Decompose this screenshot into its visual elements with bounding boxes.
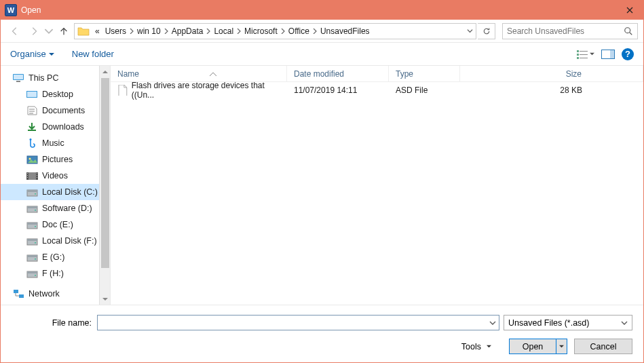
close-button[interactable]	[616, 1, 643, 20]
tree-this-pc[interactable]: This PC	[1, 70, 110, 86]
svg-point-16	[29, 158, 31, 160]
svg-rect-23	[37, 175, 37, 176]
svg-rect-29	[27, 206, 37, 208]
chevron-down-icon	[489, 320, 496, 326]
svg-rect-4	[580, 54, 588, 55]
svg-rect-26	[27, 190, 37, 192]
open-split-button[interactable]	[556, 339, 567, 354]
tree-item-icon	[26, 269, 38, 278]
tree-item[interactable]: F (H:)	[1, 265, 110, 282]
tree-item-icon	[26, 90, 38, 99]
cancel-button[interactable]: Cancel	[574, 339, 632, 354]
tree-item-icon	[26, 171, 38, 180]
breadcrumb-segment[interactable]: UnsavedFiles	[318, 26, 373, 36]
tree-item[interactable]: Videos	[1, 168, 110, 184]
toolbar: Organise New folder ?	[1, 43, 643, 66]
preview-pane-icon	[601, 50, 615, 59]
body: This PCDesktopDocumentsDownloadsMusicPic…	[1, 66, 643, 305]
breadcrumb-segment[interactable]: Local	[211, 26, 236, 36]
breadcrumb-segment[interactable]: AppData	[169, 26, 206, 36]
open-button[interactable]: Open	[509, 339, 567, 354]
column-size[interactable]: Size	[460, 66, 643, 81]
window-title: Open	[21, 5, 616, 15]
tree-item-icon	[26, 204, 38, 213]
search-input[interactable]	[507, 26, 624, 36]
tree-network[interactable]: Network	[1, 286, 110, 302]
tree-item[interactable]: E (G:)	[1, 249, 110, 265]
search-icon	[624, 26, 633, 36]
breadcrumb-segment[interactable]: Microsoft	[242, 26, 280, 36]
svg-rect-38	[27, 255, 37, 257]
chevron-down-icon	[559, 344, 564, 349]
column-headers[interactable]: Name Date modified Type Size	[111, 66, 643, 82]
tree-item[interactable]: Downloads	[1, 119, 110, 135]
breadcrumb-bar[interactable]: «Userswin 10AppDataLocalMicrosoftOfficeU…	[74, 23, 476, 39]
folder-icon	[77, 25, 90, 37]
svg-rect-36	[35, 242, 36, 244]
arrow-left-icon	[10, 26, 20, 36]
chevron-down-icon	[44, 26, 54, 36]
file-list[interactable]: Name Date modified Type Size Flash drive…	[111, 66, 643, 305]
up-button[interactable]	[55, 23, 73, 39]
column-name[interactable]: Name	[111, 66, 287, 81]
back-button[interactable]	[6, 23, 24, 39]
new-folder-button[interactable]: New folder	[72, 49, 114, 59]
network-icon	[13, 289, 24, 299]
view-options-button[interactable]	[576, 50, 594, 59]
chevron-right-icon	[164, 26, 169, 36]
tree-item[interactable]: Doc (E:)	[1, 216, 110, 233]
recent-dropdown[interactable]	[44, 23, 54, 39]
svg-rect-19	[27, 173, 28, 174]
scroll-down-icon[interactable]	[100, 293, 111, 305]
preview-pane-button[interactable]	[601, 50, 615, 59]
chevron-right-icon	[206, 26, 211, 36]
breadcrumb-dropdown[interactable]	[463, 28, 476, 34]
tree-item[interactable]: Pictures	[1, 151, 110, 168]
organise-menu[interactable]: Organise	[10, 49, 54, 59]
chevron-right-icon	[312, 26, 318, 36]
chevron-down-icon	[621, 320, 628, 326]
svg-point-0	[625, 27, 630, 33]
svg-rect-10	[14, 75, 23, 79]
search-box[interactable]	[502, 23, 638, 39]
svg-rect-33	[35, 226, 36, 227]
breadcrumb-segment[interactable]: win 10	[134, 26, 164, 36]
filetype-combo[interactable]: Unsaved Files (*.asd)	[504, 315, 632, 330]
svg-rect-41	[27, 271, 37, 273]
svg-rect-24	[37, 177, 37, 178]
tree-item[interactable]: Software (D:)	[1, 200, 110, 216]
nav-row: «Userswin 10AppDataLocalMicrosoftOfficeU…	[1, 20, 643, 43]
tree-scrollbar[interactable]	[99, 66, 110, 305]
nav-tree[interactable]: This PCDesktopDocumentsDownloadsMusicPic…	[1, 66, 111, 305]
svg-rect-18	[29, 172, 36, 180]
scroll-up-icon[interactable]	[100, 66, 111, 77]
open-dialog: W Open «Userswin 10AppDataLocalMicrosoft…	[0, 0, 644, 363]
chevron-down-icon	[49, 52, 54, 57]
refresh-button[interactable]	[478, 23, 495, 39]
tree-item[interactable]: Local Disk (C:)	[1, 184, 110, 200]
breadcrumb-segment[interactable]: Users	[102, 26, 129, 36]
chevron-down-icon	[467, 28, 473, 34]
tree-item-icon	[26, 122, 38, 132]
column-type[interactable]: Type	[389, 66, 460, 81]
tree-item[interactable]: Documents	[1, 102, 110, 119]
tree-item[interactable]: Desktop	[1, 86, 110, 102]
tree-item-icon	[26, 252, 38, 262]
breadcrumb-overflow[interactable]: «	[92, 26, 102, 36]
svg-rect-35	[27, 239, 37, 241]
scroll-thumb[interactable]	[101, 78, 109, 268]
tree-item[interactable]: Music	[1, 135, 110, 151]
tree-item[interactable]: Local Disk (F:)	[1, 233, 110, 249]
tree-item-icon	[26, 138, 38, 148]
help-button[interactable]: ?	[622, 48, 634, 60]
file-row[interactable]: Flash drives are storage devices that ((…	[111, 82, 643, 98]
svg-rect-43	[14, 290, 18, 293]
column-date[interactable]: Date modified	[287, 66, 389, 81]
svg-rect-1	[577, 50, 579, 52]
tools-menu[interactable]: Tools	[461, 342, 491, 351]
svg-rect-42	[35, 275, 36, 276]
breadcrumb-segment[interactable]: Office	[286, 26, 312, 36]
chevron-right-icon	[236, 26, 242, 36]
filename-combo[interactable]	[97, 315, 499, 330]
forward-button[interactable]	[25, 23, 43, 39]
